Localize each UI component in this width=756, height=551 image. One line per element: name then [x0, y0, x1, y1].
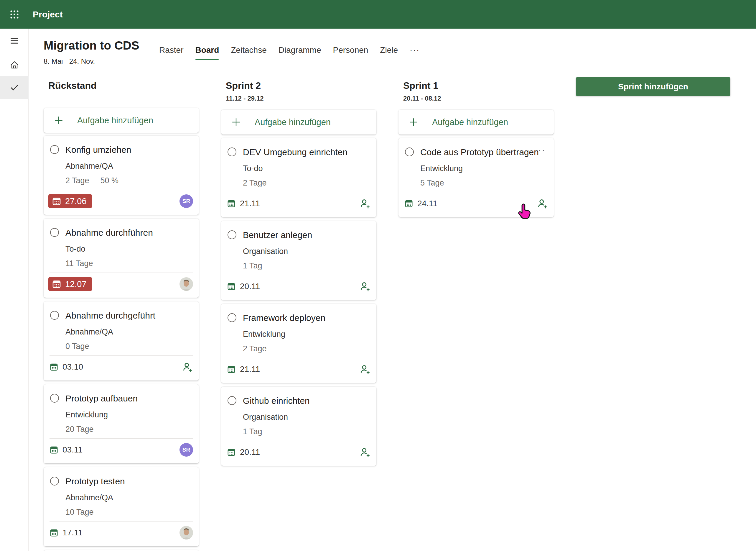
assignee-avatar[interactable]: SR — [179, 194, 193, 208]
assignee-avatar[interactable]: SR — [179, 443, 193, 457]
person-add-icon — [359, 364, 370, 375]
menu-button[interactable] — [0, 32, 29, 49]
card-divider — [50, 521, 193, 522]
due-date-text: 24.11 — [417, 199, 437, 208]
column-title: Rückstand — [48, 80, 199, 91]
task-card[interactable]: Abnahme durchgeführt Abnahme/QA 0 Tage 0… — [44, 302, 199, 381]
tab-raster[interactable]: Raster — [159, 44, 183, 60]
task-duration: 10 Tage — [65, 508, 94, 517]
assignee-avatar-photo[interactable] — [179, 277, 193, 291]
assign-person-button[interactable] — [359, 447, 370, 458]
tab-overflow-button[interactable]: ··· — [410, 44, 420, 60]
assign-person-button[interactable] — [359, 364, 370, 375]
calendar-icon — [50, 528, 58, 537]
task-complete-checkbox[interactable] — [50, 145, 59, 154]
app-launcher-button[interactable] — [0, 0, 29, 29]
card-divider — [50, 356, 193, 356]
add-task-label: Aufgabe hinzufügen — [77, 116, 153, 125]
assign-person-button[interactable] — [359, 281, 370, 292]
tab-board[interactable]: Board — [195, 44, 219, 60]
task-card[interactable]: Benutzer anlegen Organisation 1 Tag 20.1… — [221, 221, 376, 300]
card-footer: 24.11 — [403, 195, 548, 212]
person-add-icon — [359, 198, 370, 209]
due-date-text: 21.11 — [240, 365, 260, 374]
task-complete-checkbox[interactable] — [228, 313, 236, 322]
task-card[interactable]: Prototyp testen Abnahme/QA 10 Tage 17.11 — [44, 467, 199, 546]
task-complete-checkbox[interactable] — [50, 228, 59, 237]
waffle-icon — [9, 9, 19, 19]
person-photo — [179, 526, 193, 540]
card-footer: 21.11 — [226, 361, 370, 378]
person-photo — [179, 277, 193, 291]
due-date: 21.11 — [227, 365, 260, 374]
calendar-icon — [227, 199, 236, 208]
card-footer: 21.11 — [226, 195, 370, 212]
tab-personen[interactable]: Personen — [333, 44, 368, 60]
task-title: Abnahme durchgeführt — [65, 311, 155, 321]
task-bucket-label: Entwicklung — [243, 330, 285, 339]
plus-icon — [409, 117, 419, 127]
task-complete-checkbox[interactable] — [50, 311, 59, 320]
due-date: 24.11 — [404, 199, 437, 208]
task-card[interactable]: Abnahme durchführen To-do 11 Tage 12.07 — [44, 218, 199, 298]
add-sprint-button[interactable]: Sprint hinzufügen — [576, 77, 730, 96]
tab-ziele[interactable]: Ziele — [380, 44, 398, 60]
calendar-icon — [52, 279, 61, 289]
task-complete-checkbox[interactable] — [405, 147, 414, 156]
assign-person-button[interactable] — [537, 198, 548, 209]
task-bucket-label: Abnahme/QA — [65, 162, 113, 171]
assign-person-button[interactable] — [359, 198, 370, 209]
task-complete-checkbox[interactable] — [50, 394, 59, 403]
due-date-text: 21.11 — [240, 199, 260, 208]
due-date-text: 20.11 — [240, 448, 260, 457]
due-date-text: 27.06 — [65, 196, 87, 206]
assignee-avatar-photo[interactable] — [179, 526, 193, 540]
add-task-button[interactable]: Aufgabe hinzufügen — [221, 110, 376, 134]
task-card[interactable]: Code aus Prototyp übertragen ··· Entwick… — [398, 138, 554, 217]
add-task-button[interactable]: Aufgabe hinzufügen — [44, 108, 199, 133]
due-date-badge-late: 27.06 — [48, 194, 92, 208]
card-footer: 20.11 — [226, 444, 370, 460]
due-date-text: 03.10 — [62, 362, 83, 372]
task-bucket-label: Abnahme/QA — [65, 493, 113, 502]
card-divider — [227, 358, 370, 358]
task-card[interactable]: Konfig umziehen Abnahme/QA 2 Tage50 % 27… — [44, 136, 199, 215]
task-card[interactable]: Framework deployen Entwicklung 2 Tage 21… — [221, 304, 376, 383]
task-title: Benutzer anlegen — [243, 230, 312, 240]
add-task-button[interactable]: Aufgabe hinzufügen — [398, 110, 554, 134]
due-date-text: 20.11 — [240, 282, 260, 291]
home-icon — [9, 60, 19, 70]
due-date-text: 03.11 — [62, 445, 83, 455]
page-title: Migration to CDS — [44, 38, 139, 52]
card-footer: 03.10 — [48, 359, 193, 375]
board-column-backlog: Rückstand Aufgabe hinzufügen Konfig umzi… — [44, 74, 199, 551]
task-duration: 11 Tage — [65, 259, 93, 268]
task-title: Prototyp aufbauen — [65, 394, 138, 404]
task-title: Github einrichten — [243, 396, 310, 406]
task-complete-checkbox[interactable] — [50, 477, 59, 486]
task-card[interactable]: Github einrichten Organisation 1 Tag 20.… — [221, 387, 376, 466]
task-percent-complete: 50 % — [101, 176, 119, 185]
sidebar-item-tasks-selected[interactable] — [0, 76, 29, 99]
task-duration: 20 Tage — [65, 425, 94, 434]
person-add-icon — [537, 198, 548, 209]
home-button[interactable] — [0, 56, 29, 73]
due-date-text: 17.11 — [62, 528, 83, 537]
tab-diagramme[interactable]: Diagramme — [279, 44, 321, 60]
task-card[interactable]: Prototyp aufbauen Entwicklung 20 Tage 03… — [44, 384, 199, 463]
plus-icon — [54, 115, 64, 125]
project-date-range: 8. Mai - 24. Nov. — [44, 57, 95, 65]
tab-zeitachse[interactable]: Zeitachse — [231, 44, 266, 60]
app-title: Project — [33, 9, 63, 19]
task-complete-checkbox[interactable] — [228, 396, 236, 405]
due-date: 20.11 — [227, 448, 260, 457]
card-footer: 17.11 — [48, 524, 193, 541]
board-column-sprint-1: Sprint 1 20.11 - 08.12 Aufgabe hinzufüge… — [398, 74, 554, 217]
task-complete-checkbox[interactable] — [228, 147, 236, 156]
check-icon — [9, 82, 19, 92]
task-complete-checkbox[interactable] — [228, 230, 236, 239]
task-card[interactable]: DEV Umgebung einrichten To-do 2 Tage 21.… — [221, 138, 376, 217]
assign-person-button[interactable] — [182, 361, 193, 373]
task-menu-button[interactable]: ··· — [533, 144, 547, 156]
due-date-badge-late: 12.07 — [48, 277, 92, 291]
